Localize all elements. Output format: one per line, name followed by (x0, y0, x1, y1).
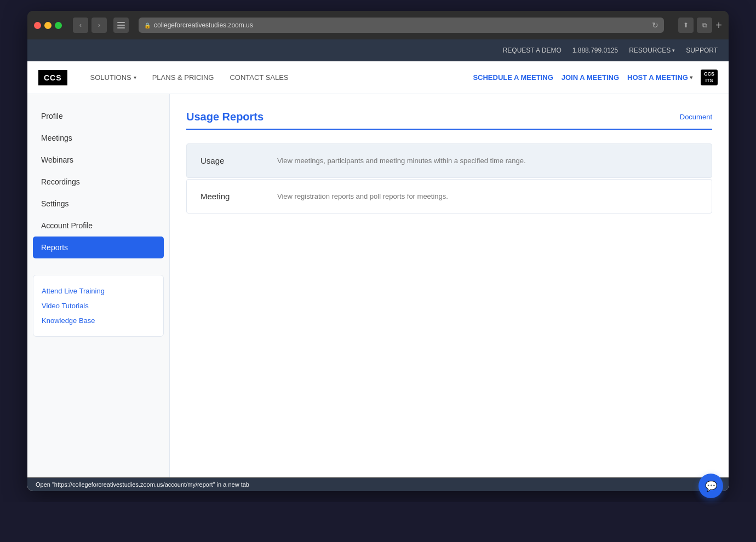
maximize-button[interactable] (55, 22, 62, 29)
sidebar-item-reports[interactable]: Reports (33, 237, 164, 258)
forward-button[interactable]: › (91, 18, 107, 33)
meeting-report-description: View registration reports and poll repor… (277, 192, 448, 200)
new-tab-button[interactable]: + (715, 18, 722, 33)
join-meeting-link[interactable]: JOIN A MEETING (562, 73, 619, 82)
close-button[interactable] (34, 22, 41, 29)
refresh-button[interactable]: ↻ (652, 21, 658, 30)
sidebar: Profile Meetings Webinars Recordings Set… (27, 94, 170, 477)
main-content: Usage Reports Document Usage View meetin… (170, 94, 729, 477)
status-bar: Open "https://collegeforcreativestudies.… (27, 477, 729, 491)
lock-icon: 🔒 (144, 22, 151, 28)
sidebar-item-webinars[interactable]: Webinars (27, 149, 169, 171)
resources-dropdown[interactable]: RESOURCES ▾ (629, 47, 675, 54)
address-bar[interactable]: 🔒 collegeforcreativestudies.zoom.us ↻ (139, 18, 664, 33)
share-button[interactable]: ⬆ (678, 18, 694, 33)
solutions-nav-item[interactable]: SOLUTIONS ▾ (84, 70, 143, 85)
video-tutorials-link[interactable]: Video Tutorials (42, 298, 155, 313)
sidebar-item-recordings[interactable]: Recordings (27, 171, 169, 193)
request-demo-link[interactable]: REQUEST A DEMO (503, 47, 562, 54)
usage-report-name: Usage (201, 156, 266, 165)
host-meeting-button[interactable]: HOST A MEETING ▾ (627, 73, 692, 82)
solutions-chevron-icon: ▾ (134, 74, 136, 80)
usage-report-card[interactable]: Usage View meetings, participants and me… (186, 143, 712, 178)
logo-text: CCS (38, 70, 67, 85)
sidebar-toggle-button[interactable] (113, 18, 129, 33)
plans-pricing-nav-item[interactable]: PLANS & PRICING (146, 70, 221, 85)
top-bar: REQUEST A DEMO 1.888.799.0125 RESOURCES … (27, 39, 729, 61)
meeting-report-name: Meeting (201, 192, 266, 201)
svg-rect-1 (117, 25, 125, 26)
attend-live-training-link[interactable]: Attend Live Training (42, 284, 155, 298)
usage-report-description: View meetings, participants and meeting … (277, 157, 526, 165)
chat-icon: 💬 (705, 480, 717, 492)
avatar[interactable]: CCS ITS (701, 70, 718, 85)
phone-link[interactable]: 1.888.799.0125 (572, 47, 618, 54)
sidebar-item-account-profile[interactable]: Account Profile (27, 215, 169, 237)
svg-rect-2 (117, 27, 125, 28)
url-text: collegeforcreativestudies.zoom.us (154, 21, 253, 29)
meeting-report-card[interactable]: Meeting View registration reports and po… (186, 179, 712, 214)
minimize-button[interactable] (44, 22, 51, 29)
page-title: Usage Reports (186, 111, 264, 123)
chat-button[interactable]: 💬 (698, 474, 723, 498)
knowledge-base-link[interactable]: Knowledge Base (42, 313, 155, 328)
resources-chevron-icon: ▾ (672, 48, 675, 53)
sidebar-item-settings[interactable]: Settings (27, 193, 169, 215)
copy-button[interactable]: ⧉ (697, 18, 712, 33)
schedule-meeting-link[interactable]: SCHEDULE A MEETING (473, 73, 553, 82)
main-nav: CCS SOLUTIONS ▾ PLANS & PRICING CONTACT … (27, 61, 729, 94)
sidebar-item-profile[interactable]: Profile (27, 105, 169, 127)
back-button[interactable]: ‹ (73, 18, 88, 33)
document-link[interactable]: Document (680, 113, 712, 121)
sidebar-item-meetings[interactable]: Meetings (27, 127, 169, 149)
svg-rect-0 (117, 22, 125, 23)
logo[interactable]: CCS (38, 70, 67, 85)
page-title-section: Usage Reports Document (186, 111, 712, 130)
support-link[interactable]: SUPPORT (686, 47, 718, 54)
contact-sales-nav-item[interactable]: CONTACT SALES (223, 70, 295, 85)
host-chevron-icon: ▾ (690, 74, 692, 80)
sidebar-resources-box: Attend Live Training Video Tutorials Kno… (33, 275, 164, 337)
